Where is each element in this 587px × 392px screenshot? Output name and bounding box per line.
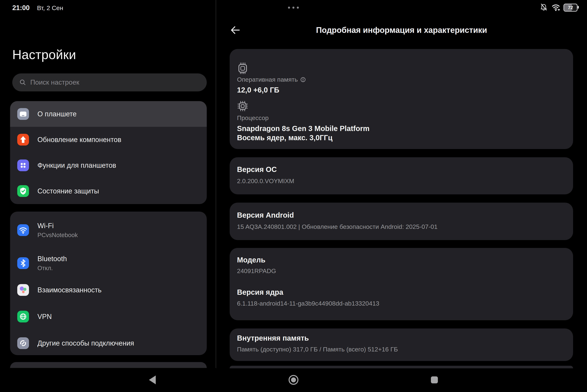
wifi-status-icon: [551, 2, 561, 12]
interconnectivity-icon: [17, 284, 29, 296]
model-kernel-card: Модель 24091RPADG Версия ядра 6.1.118-an…: [230, 248, 573, 320]
tablet-icon: [17, 108, 29, 120]
sidebar-item-label: Bluetooth: [37, 254, 67, 263]
storage-value: Память (доступно) 317,0 ГБ / Память (все…: [237, 346, 398, 353]
ram-chip-icon: [236, 61, 249, 75]
sidebar-item-about-tablet[interactable]: О планшете: [10, 101, 207, 127]
sidebar-item-component-update[interactable]: Обновление компонентов: [10, 127, 207, 152]
page-title: Настройки: [12, 47, 76, 62]
sidebar-item-wifi[interactable]: Wi-Fi PCvsNotebook: [17, 222, 78, 239]
sidebar-item-label: Wi-Fi: [37, 222, 78, 230]
sidebar-item-tablet-features[interactable]: Функции для планшетов: [10, 152, 207, 178]
tablet-features-icon: [17, 160, 29, 171]
settings-group-connectivity: Wi-Fi PCvsNotebook Bluetooth Откл. Взаим…: [10, 212, 207, 355]
cpu-value: Snapdragon 8s Gen 3 Mobile Platform: [237, 124, 369, 133]
partial-card-right: [230, 366, 573, 368]
info-icon[interactable]: [300, 76, 306, 83]
cpu-cores: Восемь ядер, макс. 3,0ГГц: [237, 133, 369, 142]
home-circle-icon: [288, 375, 299, 385]
component-update-icon: [17, 134, 29, 146]
nav-home-button[interactable]: [288, 375, 299, 386]
os-version-title: Версия ОС: [237, 165, 277, 174]
sidebar-item-label: Взаимосвязанность: [37, 286, 102, 294]
vpn-icon: [17, 311, 29, 322]
window-handle-dots-icon[interactable]: [288, 6, 299, 9]
partial-card-left: [10, 362, 207, 368]
panel-divider: [216, 0, 216, 368]
hardware-card: Оперативная память 12,0 +6,0 ГБ Процессо…: [230, 49, 573, 149]
android-version-title: Версия Android: [237, 211, 294, 219]
battery-icon: 72: [564, 4, 578, 12]
other-connections-icon: [17, 337, 29, 349]
storage-card: Внутренняя память Память (доступно) 317,…: [230, 328, 573, 361]
cpu-label: Процессор: [237, 114, 269, 122]
sidebar-item-label: О планшете: [37, 110, 76, 118]
model-value: 24091RPADG: [237, 268, 276, 274]
sidebar-item-label: Другие способы подключения: [37, 339, 134, 348]
cpu-chip-icon: [236, 100, 249, 113]
os-version-card: Версия ОС 2.0.200.0.VOYMIXM: [230, 157, 573, 194]
settings-group-about: О планшете Обновление компонентов Функци…: [10, 101, 207, 204]
kernel-value: 6.1.118-android14-11-ga3b9c44908dd-ab133…: [237, 300, 379, 307]
android-version-card: Версия Android 15 AQ3A.240801.002 | Обно…: [230, 202, 573, 240]
wifi-icon: [17, 224, 29, 236]
bluetooth-state: Откл.: [37, 264, 67, 272]
status-bar-right: 72: [539, 2, 578, 12]
clock: 21:00: [12, 4, 30, 12]
notifications-muted-icon: [539, 3, 548, 12]
os-version-value: 2.0.200.0.VOYMIXM: [237, 178, 294, 184]
search-icon: [19, 78, 26, 86]
date: Вт, 2 Сен: [37, 4, 63, 12]
kernel-title: Версия ядра: [237, 288, 283, 296]
battery-percent: 72: [564, 4, 577, 11]
sidebar-item-label: Обновление компонентов: [37, 136, 121, 144]
search-bar[interactable]: [12, 74, 207, 92]
storage-title: Внутренняя память: [237, 334, 309, 342]
security-status-icon: [17, 185, 29, 197]
sidebar-item-label: Функции для планшетов: [37, 162, 116, 170]
sidebar-item-security-status[interactable]: Состояние защиты: [10, 178, 207, 204]
sidebar-item-interconnectivity[interactable]: Взаимосвязанность: [17, 284, 102, 296]
sidebar-item-bluetooth[interactable]: Bluetooth Откл.: [17, 254, 67, 272]
android-version-value: 15 AQ3A.240801.002 | Обновление безопасн…: [237, 223, 438, 230]
sidebar-item-label: Состояние защиты: [37, 187, 99, 195]
wifi-network-name: PCvsNotebook: [37, 232, 78, 239]
sidebar-item-vpn[interactable]: VPN: [17, 311, 52, 322]
sidebar-item-label: VPN: [37, 312, 52, 321]
ram-label: Оперативная память: [237, 76, 298, 83]
detail-page-title: Подробная информация и характеристики: [216, 26, 587, 35]
nav-back-button[interactable]: [149, 376, 156, 384]
sidebar-item-other-connections[interactable]: Другие способы подключения: [17, 337, 134, 349]
nav-recents-button[interactable]: [431, 376, 438, 383]
ram-value: 12,0 +6,0 ГБ: [237, 85, 279, 94]
bluetooth-icon: [17, 257, 29, 269]
search-input[interactable]: [30, 78, 188, 86]
status-bar-left: 21:00 Вт, 2 Сен: [12, 4, 63, 12]
model-title: Модель: [237, 256, 265, 264]
